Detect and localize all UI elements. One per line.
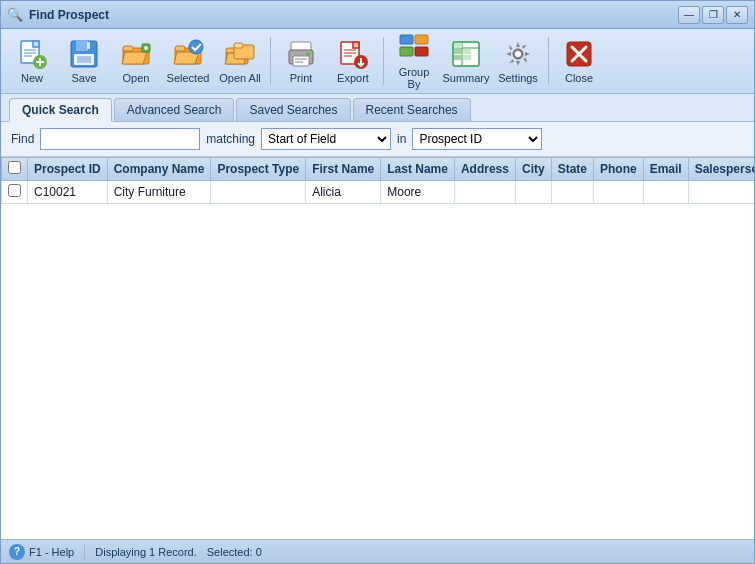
data-table: Prospect ID Company Name Prospect Type F… [1,157,754,204]
selected-button[interactable]: Selected [163,33,213,89]
cell-state [551,181,593,204]
toolbar: New Save [1,29,754,94]
svg-rect-1 [33,41,39,47]
cell-last-name: Moore [381,181,455,204]
window-icon: 🔍 [7,7,23,23]
restore-button[interactable]: ❐ [702,6,724,24]
open-label: Open [123,72,150,84]
group-by-icon [398,32,430,64]
header-last-name[interactable]: Last Name [381,158,455,181]
new-label: New [21,72,43,84]
summary-button[interactable]: Summary [441,33,491,89]
open-all-button[interactable]: Open All [215,33,265,89]
field-select[interactable]: Prospect ID Company Name First Name Last… [412,128,542,150]
print-icon [285,38,317,70]
cell-phone [593,181,643,204]
svg-rect-41 [415,47,428,56]
tab-recent-searches[interactable]: Recent Searches [353,98,471,121]
header-first-name[interactable]: First Name [306,158,381,181]
new-button[interactable]: New [7,33,57,89]
svg-rect-47 [463,55,471,60]
print-button[interactable]: Print [276,33,326,89]
close-icon [563,38,595,70]
settings-button[interactable]: Settings [493,33,543,89]
export-icon [337,38,369,70]
header-company-name[interactable]: Company Name [107,158,211,181]
tab-saved-searches[interactable]: Saved Searches [236,98,350,121]
header-address[interactable]: Address [454,158,515,181]
header-prospect-id[interactable]: Prospect ID [28,158,108,181]
selected-label: Selected [167,72,210,84]
settings-label: Settings [498,72,538,84]
save-icon [68,38,100,70]
svg-point-51 [515,51,521,57]
header-checkbox[interactable] [2,158,28,181]
group-by-button[interactable]: Group By [389,33,439,89]
svg-rect-32 [353,42,359,48]
cell-prospect-type [211,181,306,204]
header-state[interactable]: State [551,158,593,181]
close-window-button[interactable]: ✕ [726,6,748,24]
table-row[interactable]: C10021 City Furniture Alicia Moore [2,181,755,204]
svg-rect-48 [454,49,461,54]
select-all-checkbox[interactable] [8,161,21,174]
header-prospect-type[interactable]: Prospect Type [211,158,306,181]
row-checkbox[interactable] [8,184,21,197]
svg-rect-40 [400,47,413,56]
export-button[interactable]: Export [328,33,378,89]
title-bar: 🔍 Find Prospect — ❐ ✕ [1,1,754,29]
svg-point-28 [306,52,310,56]
header-email[interactable]: Email [643,158,688,181]
cell-prospect-id: C10021 [28,181,108,204]
svg-rect-10 [87,42,90,49]
header-salesperson[interactable]: Salesperson [688,158,754,181]
help-label: F1 - Help [29,546,74,558]
close-label: Close [565,72,593,84]
open-all-icon [224,38,256,70]
window-controls: — ❐ ✕ [678,6,748,24]
svg-point-20 [189,40,203,54]
svg-rect-24 [234,43,243,48]
header-phone[interactable]: Phone [593,158,643,181]
group-by-label: Group By [392,66,436,90]
header-city[interactable]: City [515,158,551,181]
summary-label: Summary [442,72,489,84]
matching-select[interactable]: Start of Field Any Part of Field Exact M… [261,128,391,150]
svg-rect-19 [175,46,185,51]
cell-company-name: City Furniture [107,181,211,204]
save-button[interactable]: Save [59,33,109,89]
export-label: Export [337,72,369,84]
tab-advanced-search[interactable]: Advanced Search [114,98,235,121]
close-button[interactable]: Close [554,33,604,89]
records-label: Displaying 1 Record. [95,546,197,558]
save-label: Save [71,72,96,84]
svg-rect-9 [76,41,88,51]
tab-quick-search[interactable]: Quick Search [9,98,112,122]
selected-label: Selected: 0 [207,546,262,558]
selected-icon [172,38,204,70]
main-window: 🔍 Find Prospect — ❐ ✕ New [0,0,755,564]
status-separator [84,544,85,560]
separator-1 [270,37,271,85]
settings-icon [502,38,534,70]
svg-rect-45 [454,43,462,48]
open-button[interactable]: Open [111,33,161,89]
row-checkbox-cell[interactable] [2,181,28,204]
matching-label: matching [206,132,255,146]
table-header-row: Prospect ID Company Name Prospect Type F… [2,158,755,181]
tabs-bar: Quick Search Advanced Search Saved Searc… [1,94,754,122]
open-all-label: Open All [219,72,261,84]
cell-email [643,181,688,204]
minimize-button[interactable]: — [678,6,700,24]
svg-rect-38 [400,35,413,44]
new-icon [16,38,48,70]
svg-rect-39 [415,35,428,44]
search-panel: Find matching Start of Field Any Part of… [1,122,754,157]
help-icon: ? [9,544,25,560]
find-label: Find [11,132,34,146]
search-input[interactable] [40,128,200,150]
cell-salesperson [688,181,754,204]
svg-rect-14 [123,46,133,51]
cell-city [515,181,551,204]
cell-first-name: Alicia [306,181,381,204]
